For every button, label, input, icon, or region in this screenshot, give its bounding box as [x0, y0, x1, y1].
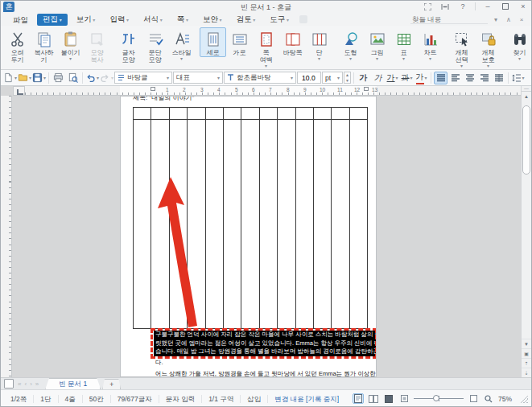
table-column[interactable] — [241, 108, 259, 328]
underline-button[interactable]: 가▾ — [386, 72, 399, 84]
table-column[interactable] — [260, 108, 278, 328]
horizontal-layout-button[interactable]: 가로 — [226, 27, 253, 57]
table-column[interactable] — [134, 108, 151, 328]
italic-button[interactable]: 가 — [371, 72, 385, 84]
table-column[interactable] — [296, 108, 314, 328]
help-button[interactable]: ? — [457, 2, 468, 11]
new-tab-button[interactable]: + — [102, 379, 121, 389]
paste-dropdown-caret[interactable]: ▾ — [60, 56, 81, 61]
right-margin-marker[interactable] — [364, 87, 369, 91]
zoom-slider-knob[interactable] — [433, 395, 439, 401]
close-button[interactable]: × — [518, 2, 529, 11]
maximize-button[interactable] — [500, 2, 511, 11]
vertical-ruler[interactable] — [1, 96, 12, 377]
find-dropdown-caret[interactable]: ▾ — [509, 56, 530, 61]
style-button[interactable]: 스타일 ▾ — [168, 27, 195, 62]
char-shape-button[interactable]: 글자 모양 — [115, 27, 142, 64]
align-left-button[interactable] — [448, 72, 462, 84]
table-button[interactable]: 표 ▾ — [390, 27, 417, 62]
font-size-field[interactable] — [297, 72, 321, 84]
align-distribute-button[interactable] — [492, 72, 505, 84]
para-shape-button[interactable]: 문단 모양 — [142, 27, 168, 64]
strikethrough-button[interactable]: 과▾ — [400, 72, 414, 84]
status-input-mode[interactable]: 문자 입력 — [159, 395, 202, 403]
tab-stop-selector[interactable] — [13, 86, 25, 96]
rep-attr-combo[interactable]: 대표▾ — [173, 72, 223, 84]
zoom-slider[interactable] — [414, 393, 464, 404]
font-size-input[interactable] — [300, 73, 318, 83]
line-spacing-button[interactable]: ▾ — [511, 72, 525, 84]
object-select-dropdown-caret[interactable]: ▾ — [451, 64, 472, 68]
font-size-stepper[interactable]: ▲▼ — [344, 72, 351, 84]
next-page-button[interactable]: ⇣ — [522, 368, 531, 377]
page-margin-button[interactable]: 쪽 여백 ▾ — [253, 27, 279, 69]
table-dropdown-caret[interactable]: ▾ — [393, 56, 414, 61]
open-button[interactable]: ▾ — [18, 72, 31, 84]
print-button[interactable] — [52, 72, 65, 84]
table-column[interactable] — [314, 108, 332, 328]
close-search-button[interactable]: × — [517, 16, 526, 23]
align-justify-button[interactable] — [434, 72, 447, 84]
menu-format[interactable]: 서식 — [138, 14, 168, 26]
fullscreen-icon[interactable] — [422, 2, 433, 11]
horizontal-ruler[interactable]: 1 2 3 4 5 6 7 8 9 10 11 12 13 — [25, 86, 521, 96]
menu-view[interactable]: 보기 — [71, 14, 101, 26]
search-dropdown-caret[interactable]: ▾ — [491, 16, 501, 23]
document-page[interactable]: 제목: "내일의 이야기" 구불구불한 언덕 사이에 자리 잡은 작은 마을에 … — [120, 96, 377, 377]
minimize-button[interactable]: – — [482, 2, 493, 11]
table-column[interactable] — [350, 108, 367, 328]
paste-button[interactable]: 붙이기 ▾ — [57, 27, 84, 62]
font-color-button[interactable]: 가▾ — [414, 72, 428, 84]
cut-button[interactable]: 오려 두기 — [4, 27, 31, 64]
print-preview-button[interactable] — [66, 72, 80, 84]
red-annotation-arrow[interactable] — [151, 175, 208, 332]
object-select-button[interactable]: 개체 선택 ▾ — [448, 27, 475, 69]
object-protect-button[interactable]: 개체 보호 ▾ — [475, 27, 501, 69]
prev-page-button[interactable]: ⇡ — [522, 358, 531, 368]
chart-dropdown-caret[interactable]: ▾ — [419, 56, 441, 61]
zoom-fit-icon[interactable] — [398, 393, 410, 404]
menu-page[interactable]: 쪽 — [171, 14, 194, 26]
scrollbar-thumb[interactable] — [522, 105, 530, 175]
copy-button[interactable]: 복사하기 — [31, 27, 57, 64]
view-full-screen-icon[interactable] — [383, 393, 394, 404]
shapes-dropdown-caret[interactable]: ▾ — [340, 56, 361, 61]
new-document-button[interactable]: ▾ — [3, 72, 17, 84]
view-page-layout-icon[interactable] — [353, 393, 364, 404]
menu-review[interactable]: 검토 — [231, 14, 262, 26]
search-input[interactable] — [410, 14, 488, 24]
browse-object-button[interactable]: ▣ — [522, 348, 531, 358]
resize-grip[interactable] — [520, 395, 528, 403]
scroll-down-button[interactable]: ▼ — [522, 339, 531, 348]
page-margin-dropdown-caret[interactable]: ▾ — [255, 64, 277, 68]
table-column[interactable] — [206, 108, 224, 328]
zoom-page-icon[interactable] — [468, 393, 479, 404]
style-dropdown-caret[interactable]: ▾ — [171, 56, 192, 61]
table-column[interactable] — [224, 108, 241, 328]
columns-button[interactable]: 단 ▾ — [306, 27, 332, 62]
vertical-scrollbar[interactable]: — ▲ ▼ ▣ ⇡ ⇣ — [521, 86, 531, 377]
object-protect-dropdown-caret[interactable]: ▾ — [477, 64, 499, 68]
menu-security[interactable]: 보안 — [197, 14, 228, 26]
align-right-button[interactable] — [477, 72, 491, 84]
size-unit-combo[interactable]: pt▾ — [322, 72, 343, 84]
scroll-up-button[interactable]: ▲ — [522, 92, 531, 101]
left-margin-marker[interactable] — [151, 87, 155, 91]
view-two-page-icon[interactable] — [368, 393, 379, 404]
table-column[interactable] — [278, 108, 295, 328]
collapse-ribbon-button[interactable]: ∧ — [504, 16, 513, 23]
columns-dropdown-caret[interactable]: ▾ — [308, 56, 330, 61]
menu-tools[interactable]: 도구 — [264, 14, 295, 26]
zoom-level-value[interactable]: 75% — [498, 395, 516, 403]
table-column[interactable] — [332, 108, 349, 328]
status-track-changes[interactable]: 변경 내용 [기록 중지] — [268, 395, 345, 403]
split-view-icon[interactable] — [439, 2, 451, 11]
bold-button[interactable]: 가 — [357, 72, 370, 84]
save-button[interactable]: ▾ — [32, 72, 46, 84]
chart-button[interactable]: 차트 ▾ — [417, 27, 443, 62]
tab-list-icon[interactable] — [4, 379, 14, 388]
align-center-button[interactable] — [463, 72, 476, 84]
status-insert-mode[interactable]: 삽입 — [241, 395, 268, 403]
menu-input[interactable]: 입력 — [104, 14, 134, 26]
shapes-button[interactable]: 도형 ▾ — [337, 27, 364, 62]
